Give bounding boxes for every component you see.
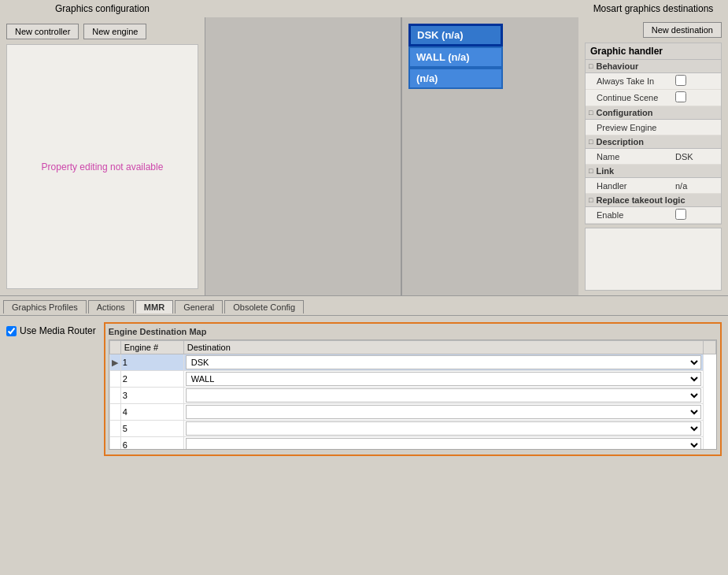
tab-mmr[interactable]: MMR [135, 300, 173, 313]
prop-checkbox[interactable] [675, 209, 686, 220]
use-media-router-container: Use Media Router [6, 322, 96, 336]
prop-row-3-0: Handlern/a [586, 178, 721, 194]
new-engine-button[interactable]: New engine [83, 24, 146, 39]
prop-section-title: Behaviour [596, 61, 638, 71]
graphic-handler-label: Graphic handler [586, 43, 721, 60]
use-media-router-checkbox[interactable] [6, 326, 17, 336]
tab-general[interactable]: General [175, 300, 223, 313]
prop-label: Name [586, 150, 672, 163]
collapse-icon: □ [589, 138, 593, 146]
use-media-router-label: Use Media Router [20, 325, 96, 336]
destination-item-1[interactable]: WALL (n/a) [408, 46, 503, 68]
prop-section-3[interactable]: □ Link [586, 165, 721, 178]
prop-section-2[interactable]: □ Description [586, 135, 721, 149]
collapse-icon: □ [589, 196, 593, 204]
edm-destination-cell[interactable]: DSKWALL [183, 354, 703, 371]
prop-value[interactable] [672, 207, 721, 223]
edm-engine-cell: 2 [120, 371, 183, 388]
edm-row-arrow [109, 371, 120, 388]
prop-value[interactable] [672, 90, 721, 106]
prop-row-4-0: Enable [586, 207, 721, 224]
prop-section-1[interactable]: □ Configuration [586, 106, 721, 120]
destinations-area: DSK (n/a)WALL (n/a)(n/a) [401, 17, 578, 295]
edm-table-wrapper[interactable]: Engine # Destination ▶1DSKWALL2DSKWALL3D… [109, 339, 717, 450]
prop-value[interactable] [672, 73, 721, 89]
edm-destination-cell[interactable]: DSKWALL [183, 388, 703, 404]
mosart-graphics-title: Mosart graphics destinations [578, 3, 728, 14]
edm-row-5[interactable]: 6DSKWALL [109, 437, 715, 451]
tab-bar: Graphics ProfilesActionsMMRGeneralObsole… [0, 295, 728, 316]
prop-label: Continue Scene [586, 91, 672, 104]
edm-row-arrow [109, 437, 120, 451]
properties-panel: Graphic handler □ BehaviourAlways Take I… [585, 43, 722, 224]
property-editing-area: Property editing not available [6, 44, 198, 289]
prop-section-title: Description [596, 137, 644, 147]
new-controller-button[interactable]: New controller [6, 24, 79, 39]
graphics-config-title: Graphics configuration [0, 3, 205, 14]
collapse-icon: □ [589, 109, 593, 117]
collapse-icon: □ [589, 62, 593, 70]
prop-row-0-0: Always Take In [586, 73, 721, 90]
prop-label: Preview Engine [586, 121, 672, 134]
destination-item-2[interactable]: (n/a) [408, 68, 503, 89]
edm-row-arrow [109, 404, 120, 421]
tab-graphics-profiles[interactable]: Graphics Profiles [3, 300, 87, 313]
edm-destination-select[interactable]: DSKWALL [186, 355, 701, 369]
edm-destination-select[interactable]: DSKWALL [186, 388, 701, 402]
edm-destination-header: Destination [183, 341, 703, 354]
engine-destination-map: Engine Destination Map Engine # Destinat… [104, 322, 722, 456]
edm-scrollbar-header [704, 341, 716, 354]
prop-label: Handler [586, 180, 672, 192]
edm-engine-cell: 6 [120, 437, 183, 451]
edm-destination-cell[interactable]: DSKWALL [183, 371, 703, 388]
prop-value: n/a [672, 180, 721, 192]
edm-row-2[interactable]: 3DSKWALL [109, 388, 715, 404]
prop-value [672, 126, 721, 129]
prop-label: Enable [586, 209, 672, 221]
right-bottom-area [585, 228, 722, 291]
edm-destination-select[interactable]: DSKWALL [186, 438, 701, 450]
new-destination-button[interactable]: New destination [643, 22, 722, 38]
prop-checkbox[interactable] [675, 75, 686, 86]
edm-destination-select[interactable]: DSKWALL [186, 405, 701, 419]
edm-destination-select[interactable]: DSKWALL [186, 421, 701, 436]
prop-section-0[interactable]: □ Behaviour [586, 60, 721, 73]
edm-destination-cell[interactable]: DSKWALL [183, 421, 703, 437]
prop-row-0-1: Continue Scene [586, 90, 721, 106]
prop-row-2-0: NameDSK [586, 149, 721, 165]
edm-table: Engine # Destination ▶1DSKWALL2DSKWALL3D… [109, 340, 716, 450]
edm-engine-cell: 5 [120, 421, 183, 437]
prop-label: Always Take In [586, 75, 672, 87]
prop-section-title: Configuration [596, 108, 652, 117]
edm-engine-header: Engine # [120, 341, 183, 354]
edm-engine-cell: 4 [120, 404, 183, 421]
edm-engine-cell: 3 [120, 388, 183, 404]
prop-checkbox[interactable] [675, 91, 686, 102]
tab-obsolete-config[interactable]: Obsolete Config [224, 300, 304, 313]
edm-row-arrow: ▶ [109, 354, 120, 371]
edm-row-0[interactable]: ▶1DSKWALL [109, 354, 715, 371]
prop-section-title: Replace takeout logic [596, 195, 685, 205]
edm-arrow-col-header [109, 341, 120, 354]
edm-destination-cell[interactable]: DSKWALL [183, 404, 703, 421]
prop-value: DSK [672, 150, 721, 163]
edm-destination-select[interactable]: DSKWALL [186, 372, 701, 386]
edm-row-4[interactable]: 5DSKWALL [109, 421, 715, 437]
prop-section-title: Link [596, 166, 614, 176]
tab-actions[interactable]: Actions [88, 300, 134, 313]
destination-item-0[interactable]: DSK (n/a) [408, 24, 503, 46]
property-editing-message: Property editing not available [42, 161, 164, 172]
prop-section-4[interactable]: □ Replace takeout logic [586, 194, 721, 207]
edm-row-3[interactable]: 4DSKWALL [109, 404, 715, 421]
edm-destination-cell[interactable]: DSKWALL [183, 437, 703, 451]
edm-title: Engine Destination Map [109, 327, 717, 336]
edm-engine-cell: 1 [120, 354, 183, 371]
edm-row-arrow [109, 388, 120, 404]
collapse-icon: □ [589, 167, 593, 175]
edm-row-1[interactable]: 2DSKWALL [109, 371, 715, 388]
prop-row-1-0: Preview Engine [586, 120, 721, 135]
edm-row-arrow [109, 421, 120, 437]
